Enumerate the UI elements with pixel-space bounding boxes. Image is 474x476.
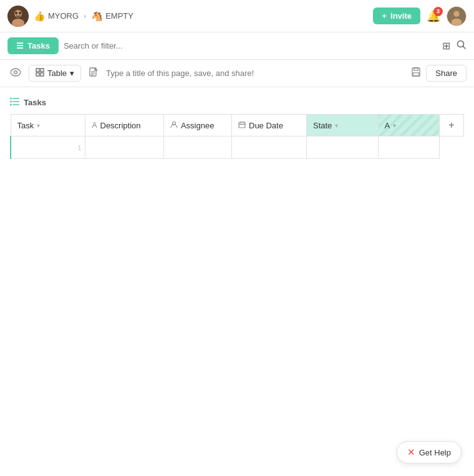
task-col-label: Task [17, 121, 34, 130]
svg-point-27 [10, 104, 12, 106]
desc-col-label: Description [100, 121, 141, 130]
secondary-toolbar: ☰ Tasks ⊞ [0, 32, 474, 60]
svg-point-26 [10, 101, 12, 103]
svg-point-6 [453, 11, 459, 16]
svg-point-10 [14, 70, 17, 74]
org-name: MYORG [48, 11, 79, 21]
svg-point-7 [452, 18, 462, 25]
invite-label: Invite [390, 11, 412, 21]
svg-rect-21 [413, 73, 419, 76]
user-avatar[interactable] [447, 6, 467, 26]
svg-rect-13 [36, 73, 39, 76]
grid-view-icon[interactable]: ⊞ [442, 40, 450, 52]
view-toolbar: Table ▾ Share [0, 60, 474, 87]
state-col-chevron-icon: ▾ [335, 122, 338, 129]
tasks-table: Task ▾ A Description [10, 114, 464, 159]
assignee-col-icon [170, 121, 178, 130]
share-button[interactable]: Share [426, 65, 467, 82]
add-column-button[interactable]: + [439, 115, 463, 136]
save-icon[interactable] [411, 67, 421, 80]
section-title: Tasks [10, 97, 464, 108]
notifications-button[interactable]: 🔔 3 [427, 9, 440, 23]
section-list-icon [10, 97, 20, 108]
extra-col-label: A [385, 121, 390, 130]
desc-col-icon: A [92, 121, 97, 130]
duedate-cell[interactable] [306, 136, 378, 159]
svg-point-4 [19, 12, 21, 14]
svg-point-25 [10, 98, 12, 100]
assignee-col-label: Assignee [181, 121, 214, 130]
tasks-label: Tasks [27, 41, 50, 50]
svg-rect-19 [412, 68, 420, 76]
table-label: Table [47, 69, 67, 78]
search-icon[interactable] [457, 40, 467, 52]
org-item[interactable]: 👍 MYORG [34, 11, 79, 22]
page-title-input[interactable] [106, 69, 406, 78]
duedate-col-label: Due Date [249, 121, 283, 130]
svg-point-3 [15, 12, 17, 14]
description-column-header[interactable]: A Description [85, 115, 163, 136]
row-num-cell: 1 [11, 136, 85, 159]
desc-cell[interactable] [163, 136, 231, 159]
svg-rect-11 [36, 69, 39, 72]
state-col-label: State [313, 121, 332, 130]
task-col-chevron-icon: ▾ [37, 122, 40, 129]
workspace-item[interactable]: 🐴 EMPTY [91, 11, 133, 22]
svg-rect-29 [239, 122, 245, 128]
section-label: Tasks [24, 98, 46, 107]
notification-badge: 3 [433, 7, 443, 16]
task-column-header[interactable]: Task ▾ [11, 115, 85, 136]
duedate-col-icon [238, 121, 246, 130]
navbar: 👍 MYORG › 🐴 EMPTY + Invite 🔔 3 [0, 0, 474, 32]
table-chevron-icon: ▾ [70, 69, 74, 78]
workspace-name: EMPTY [105, 11, 133, 21]
state-cell[interactable] [378, 136, 439, 159]
org-icon: 👍 [34, 11, 46, 22]
duedate-column-header[interactable]: Due Date [232, 115, 307, 136]
state-column-header[interactable]: State ▾ [306, 115, 378, 136]
svg-line-9 [463, 46, 466, 49]
assignee-column-header[interactable]: Assignee [163, 115, 231, 136]
invite-plus-icon: + [382, 11, 387, 21]
workspace-icon: 🐴 [91, 11, 103, 22]
extra-column-header[interactable]: A ▾ [378, 115, 439, 136]
table-row: 1 [11, 136, 464, 159]
navbar-left: 👍 MYORG › 🐴 EMPTY [7, 6, 368, 27]
navbar-right: + Invite 🔔 3 [373, 6, 467, 26]
table-grid-icon [36, 68, 44, 79]
main-content: Tasks Task ▾ A Description [0, 87, 474, 159]
svg-rect-20 [414, 68, 418, 70]
breadcrumb-chevron: › [84, 12, 86, 21]
table-header-row: Task ▾ A Description [11, 115, 464, 136]
eye-icon[interactable] [7, 65, 24, 82]
toolbar-icons: ⊞ [442, 40, 467, 52]
task-cell[interactable] [85, 136, 163, 159]
tasks-button[interactable]: ☰ Tasks [7, 37, 59, 54]
assignee-cell[interactable] [232, 136, 307, 159]
svg-rect-14 [41, 73, 44, 76]
search-input[interactable] [64, 41, 437, 50]
tasks-icon: ☰ [16, 41, 24, 50]
extra-col-chevron-icon: ▾ [393, 122, 396, 129]
invite-button[interactable]: + Invite [373, 7, 420, 24]
doc-icon[interactable] [86, 65, 101, 82]
table-view-button[interactable]: Table ▾ [29, 65, 81, 82]
svg-rect-12 [41, 69, 44, 72]
main-avatar[interactable] [7, 6, 29, 27]
